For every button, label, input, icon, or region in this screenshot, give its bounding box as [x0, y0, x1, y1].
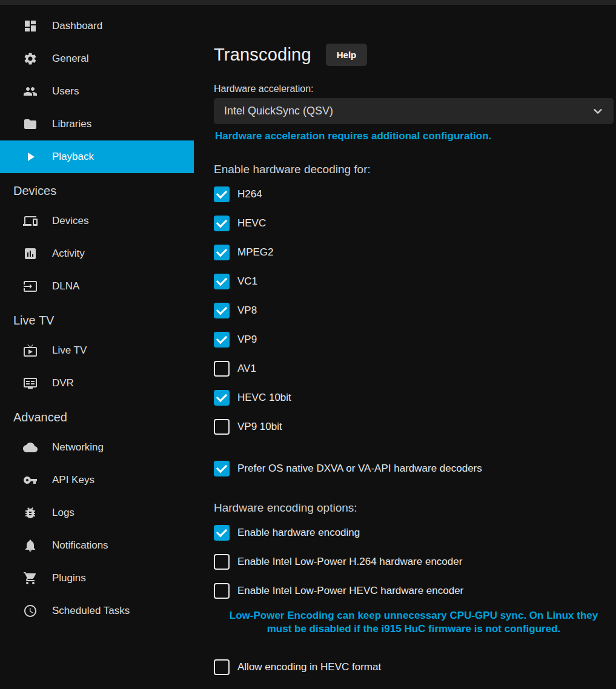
play-icon	[23, 150, 38, 164]
dashboard-icon	[23, 19, 38, 33]
checkbox-row-vp9[interactable]: VP9	[214, 325, 614, 354]
checkbox-row-prefer-os-native-dxva-or-va-api-hardware-decoders[interactable]: Prefer OS native DXVA or VA-API hardware…	[214, 454, 614, 483]
sidebar-section-advanced: Advanced	[0, 403, 194, 431]
checkbox-label: MPEG2	[237, 246, 274, 259]
checkbox-label: Enable Intel Low-Power H.264 hardware en…	[237, 556, 462, 568]
checkbox-row-av1[interactable]: AV1	[214, 354, 614, 383]
cloud-icon	[23, 440, 38, 455]
checkbox-label: Enable hardware encoding	[237, 527, 360, 539]
prefer-native-slot: Prefer OS native DXVA or VA-API hardware…	[214, 454, 614, 483]
sidebar-item-label: Plugins	[52, 572, 86, 584]
top-header-strip	[0, 0, 616, 5]
checkbox-row-vp8[interactable]: VP8	[214, 296, 614, 325]
sidebar-item-label: Notifications	[52, 539, 108, 552]
sidebar-item-label: Scheduled Tasks	[52, 605, 130, 617]
decoding-checkbox-list: H264HEVCMPEG2VC1VP8VP9AV1HEVC 10bitVP9 1…	[214, 180, 614, 441]
chevron-down-icon	[591, 104, 605, 119]
checkbox-unchecked-icon[interactable]	[214, 419, 230, 435]
hardware-acceleration-value: Intel QuickSync (QSV)	[224, 105, 591, 117]
sidebar-section-devices: Devices	[0, 177, 194, 205]
checkbox-row-enable-intel-low-power-h-264-hardware-encoder[interactable]: Enable Intel Low-Power H.264 hardware en…	[214, 547, 614, 576]
settings-sidebar: DashboardGeneralUsersLibrariesPlaybackDe…	[0, 5, 194, 689]
checkbox-row-hevc-10bit[interactable]: HEVC 10bit	[214, 383, 614, 412]
hardware-acceleration-select[interactable]: Intel QuickSync (QSV)	[214, 98, 614, 124]
bell-icon	[23, 538, 38, 553]
sidebar-item-devices[interactable]: Devices	[0, 205, 194, 237]
dvr-icon	[23, 376, 38, 391]
decoding-heading: Enable hardware decoding for:	[214, 163, 614, 176]
page-title: Transcoding	[214, 45, 311, 65]
sidebar-item-plugins[interactable]: Plugins	[0, 562, 194, 595]
checkbox-label: VP9 10bit	[237, 421, 282, 433]
sidebar-item-activity[interactable]: Activity	[0, 237, 194, 270]
input-icon	[23, 279, 38, 294]
checkbox-unchecked-icon[interactable]	[214, 659, 230, 675]
checkbox-row-mpeg2[interactable]: MPEG2	[214, 238, 614, 267]
sidebar-item-libraries[interactable]: Libraries	[0, 108, 194, 140]
sidebar-item-dlna[interactable]: DLNA	[0, 270, 194, 303]
cart-icon	[23, 571, 38, 585]
checkbox-label: Allow encoding in HEVC format	[237, 661, 381, 673]
checkbox-checked-icon[interactable]	[214, 186, 230, 202]
checkbox-label: AV1	[237, 363, 256, 375]
checkbox-label: VC1	[237, 275, 257, 288]
sidebar-item-label: DLNA	[52, 280, 79, 292]
page-title-row: Transcoding Help	[214, 44, 614, 66]
checkbox-checked-icon[interactable]	[214, 216, 230, 231]
bug-icon	[23, 506, 38, 520]
sidebar-item-label: Libraries	[52, 118, 91, 130]
sidebar-item-logs[interactable]: Logs	[0, 496, 194, 529]
checkbox-row-enable-hardware-encoding[interactable]: Enable hardware encoding	[214, 518, 614, 547]
checkbox-checked-icon[interactable]	[214, 303, 230, 318]
checkbox-row-vp9-10bit[interactable]: VP9 10bit	[214, 412, 614, 441]
checkbox-label: Enable Intel Low-Power HEVC hardware enc…	[237, 585, 463, 597]
sidebar-item-label: Users	[52, 85, 79, 97]
sidebar-item-label: Playback	[52, 151, 94, 163]
help-button[interactable]: Help	[326, 44, 368, 66]
sidebar-item-label: API Keys	[52, 474, 94, 486]
checkbox-row-allow-encoding-in-hevc-format[interactable]: Allow encoding in HEVC format	[214, 653, 614, 682]
key-icon	[23, 473, 38, 487]
checkbox-label: VP8	[237, 305, 257, 317]
sidebar-item-label: General	[52, 53, 88, 65]
users-icon	[23, 84, 38, 99]
sidebar-item-label: Devices	[52, 215, 88, 227]
clock-icon	[23, 604, 38, 618]
sidebar-item-label: DVR	[52, 377, 74, 389]
sidebar-item-label: Networking	[52, 441, 104, 453]
checkbox-checked-icon[interactable]	[214, 332, 230, 348]
sidebar-item-users[interactable]: Users	[0, 75, 194, 108]
sidebar-item-live-tv[interactable]: Live TV	[0, 334, 194, 367]
hardware-acceleration-warning: Hardware acceleration requires additiona…	[214, 130, 614, 142]
checkbox-checked-icon[interactable]	[214, 245, 230, 260]
checkbox-checked-icon[interactable]	[214, 274, 230, 289]
checkbox-row-hevc[interactable]: HEVC	[214, 209, 614, 238]
sidebar-item-playback[interactable]: Playback	[0, 140, 194, 173]
sidebar-section-live-tv: Live TV	[0, 306, 194, 334]
checkbox-checked-icon[interactable]	[214, 525, 230, 541]
sidebar-item-notifications[interactable]: Notifications	[0, 529, 194, 562]
transcoding-page: Transcoding Help Hardware acceleration: …	[194, 5, 616, 689]
hevc-encode-slot: Allow encoding in HEVC format	[214, 653, 614, 682]
checkbox-checked-icon[interactable]	[214, 461, 230, 476]
sidebar-item-general[interactable]: General	[0, 42, 194, 75]
sidebar-item-label: Activity	[52, 248, 85, 260]
sidebar-item-scheduled-tasks[interactable]: Scheduled Tasks	[0, 595, 194, 627]
checkbox-checked-icon[interactable]	[214, 390, 230, 406]
gear-icon	[23, 51, 38, 66]
sidebar-item-label: Logs	[52, 507, 75, 519]
checkbox-row-enable-intel-low-power-hevc-hardware-encoder[interactable]: Enable Intel Low-Power HEVC hardware enc…	[214, 576, 614, 605]
checkbox-row-h264[interactable]: H264	[214, 180, 614, 209]
checkbox-unchecked-icon[interactable]	[214, 361, 230, 377]
checkbox-label: H264	[237, 188, 262, 200]
folder-icon	[23, 117, 38, 131]
devices-icon	[23, 214, 38, 228]
checkbox-label: VP9	[237, 334, 257, 346]
sidebar-item-dashboard[interactable]: Dashboard	[0, 10, 194, 42]
sidebar-item-dvr[interactable]: DVR	[0, 367, 194, 400]
sidebar-item-api-keys[interactable]: API Keys	[0, 464, 194, 496]
checkbox-unchecked-icon[interactable]	[214, 583, 230, 599]
checkbox-row-vc1[interactable]: VC1	[214, 267, 614, 296]
checkbox-unchecked-icon[interactable]	[214, 554, 230, 570]
sidebar-item-networking[interactable]: Networking	[0, 431, 194, 464]
